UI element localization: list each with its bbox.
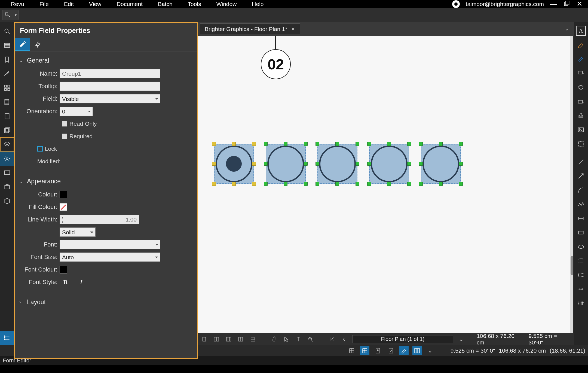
image-tool-icon[interactable] — [574, 123, 588, 137]
selection-handle[interactable] — [335, 142, 339, 146]
links-icon[interactable] — [0, 180, 14, 194]
selection-handle[interactable] — [439, 182, 443, 186]
sync-icon[interactable] — [412, 346, 422, 355]
selection-handle[interactable] — [419, 182, 423, 186]
studio-icon[interactable] — [0, 166, 14, 180]
highlight-tool-icon[interactable] — [574, 38, 588, 52]
selection-handle[interactable] — [304, 162, 308, 166]
fontcolour-swatch[interactable] — [60, 266, 67, 273]
tool-chest-icon[interactable] — [0, 81, 14, 95]
thumbnails-icon[interactable] — [0, 38, 14, 53]
radio-button-field[interactable] — [317, 144, 357, 184]
selection-handle[interactable] — [356, 162, 359, 166]
required-checkbox[interactable] — [62, 134, 67, 139]
menu-edit[interactable]: Edit — [56, 0, 81, 8]
canvas[interactable]: 02 — [198, 36, 573, 333]
linewidth-value[interactable] — [65, 216, 139, 223]
ellipse-tool-icon[interactable] — [574, 240, 588, 254]
selection-handle[interactable] — [252, 162, 256, 166]
linestyle-select[interactable]: Solid — [60, 227, 96, 237]
text-box-tool-icon[interactable]: A — [576, 26, 586, 36]
radio-button-field[interactable] — [369, 144, 409, 184]
menu-window[interactable]: Window — [209, 0, 244, 8]
snap-icon[interactable] — [360, 346, 369, 355]
bold-button[interactable]: B — [61, 278, 69, 286]
selection-handle[interactable] — [439, 142, 443, 146]
selection-handle[interactable] — [212, 162, 216, 166]
selection-handle[interactable] — [232, 182, 236, 186]
prev-page-icon[interactable] — [340, 335, 348, 344]
dimension-tool-icon[interactable] — [574, 211, 588, 226]
radio-button-field[interactable] — [214, 144, 254, 184]
vertical-scrollbar[interactable] — [570, 36, 573, 333]
properties-icon[interactable] — [0, 152, 14, 166]
orientation-select[interactable]: 0 — [60, 107, 93, 116]
pan-tool-icon[interactable] — [270, 335, 278, 344]
menu-help[interactable]: Help — [244, 0, 271, 8]
selection-handle[interactable] — [304, 182, 308, 186]
menu-batch[interactable]: Batch — [150, 0, 180, 8]
select-tool-icon[interactable] — [2, 10, 13, 20]
polyline-tool-icon[interactable] — [574, 94, 588, 109]
selection-handle[interactable] — [387, 182, 391, 186]
selection-handle[interactable] — [212, 142, 216, 146]
selection-handle[interactable] — [316, 142, 319, 146]
rectangle-tool-icon[interactable] — [574, 226, 588, 240]
markups-list-icon[interactable] — [0, 109, 14, 123]
font-select[interactable] — [60, 240, 160, 249]
polyline2-tool-icon[interactable] — [574, 197, 588, 211]
selection-handle[interactable] — [419, 162, 423, 166]
split-vertical-icon[interactable] — [237, 335, 245, 344]
snap-content-icon[interactable] — [373, 346, 382, 355]
crop-tool-icon[interactable] — [574, 282, 588, 296]
callout-tool-icon[interactable] — [574, 66, 588, 80]
selection-handle[interactable] — [284, 142, 287, 146]
selection-handle[interactable] — [304, 142, 308, 146]
selection-handle[interactable] — [316, 162, 319, 166]
text-select-icon[interactable] — [295, 335, 302, 344]
menu-view[interactable]: View — [81, 0, 109, 8]
selection-handle[interactable] — [356, 182, 359, 186]
radio-button-field[interactable] — [266, 144, 306, 184]
cloud-tool-icon[interactable] — [574, 80, 588, 94]
name-input[interactable] — [60, 69, 160, 78]
selection-handle[interactable] — [419, 142, 423, 146]
italic-button[interactable]: I — [77, 278, 85, 286]
selection-handle[interactable] — [252, 142, 256, 146]
reuse-markup-icon[interactable] — [399, 346, 409, 355]
menu-tools[interactable]: Tools — [180, 0, 209, 8]
polygon-tool-icon[interactable] — [574, 254, 588, 268]
section-appearance-header[interactable]: ⌄ Appearance — [18, 175, 192, 188]
properties-tab-actions[interactable] — [30, 38, 45, 51]
snap-markup-icon[interactable] — [386, 346, 396, 355]
selection-handle[interactable] — [284, 182, 287, 186]
selection-handle[interactable] — [459, 162, 463, 166]
readonly-checkbox[interactable] — [62, 121, 67, 127]
zoom-icon[interactable] — [307, 335, 315, 344]
selection-handle[interactable] — [407, 162, 411, 166]
search-icon[interactable] — [0, 24, 14, 38]
selection-handle[interactable] — [367, 162, 371, 166]
selection-handle[interactable] — [459, 142, 463, 146]
lock-checkbox[interactable] — [37, 146, 43, 152]
arrow-tool-icon[interactable] — [574, 169, 588, 183]
page-dropdown-icon[interactable]: ⌄ — [457, 335, 465, 344]
tab-expand-icon[interactable]: ⌄ — [560, 26, 574, 32]
bookmarks-icon[interactable] — [0, 53, 14, 67]
menu-document[interactable]: Document — [109, 0, 150, 8]
selection-handle[interactable] — [264, 182, 268, 186]
arc-tool-icon[interactable] — [574, 183, 588, 197]
side-by-side-icon[interactable] — [213, 335, 220, 344]
linewidth-input[interactable]: ▴▾ — [60, 215, 139, 224]
select-cursor-icon[interactable] — [283, 335, 290, 344]
document-tab[interactable]: Brighter Graphics - Floor Plan 1* ✕ — [200, 23, 300, 34]
stamp-tool-icon[interactable] — [574, 109, 588, 123]
line-tool-icon[interactable] — [574, 155, 588, 169]
layers-icon[interactable] — [0, 137, 14, 152]
section-general-header[interactable]: ⌄ General — [18, 54, 192, 67]
selection-handle[interactable] — [264, 142, 268, 146]
clip-tool-icon[interactable] — [574, 268, 588, 282]
selection-handle[interactable] — [407, 142, 411, 146]
select-tool-dropdown[interactable]: ▾ — [13, 13, 18, 17]
section-layout-header[interactable]: › Layout — [18, 296, 192, 309]
